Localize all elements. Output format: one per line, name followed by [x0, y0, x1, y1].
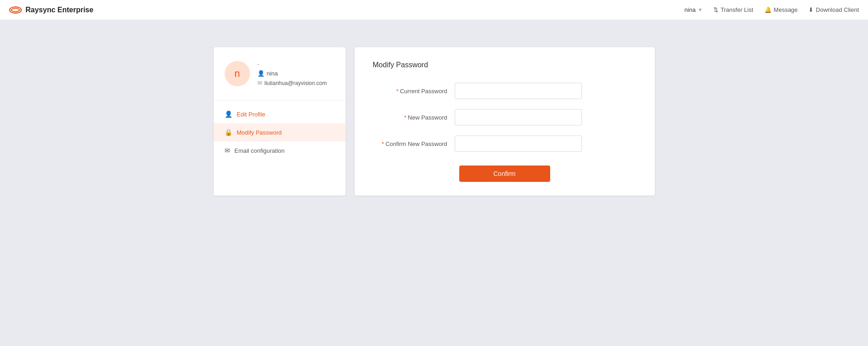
mail-icon: ✉ — [257, 80, 262, 86]
transfer-icon: ⇅ — [713, 6, 718, 13]
profile-section: n - 👤 nina ✉ liutianhua@rayvision.com — [214, 47, 346, 95]
download-icon: ⬇ — [808, 6, 813, 13]
current-password-input[interactable] — [455, 83, 582, 99]
menu-item-modify-password[interactable]: 🔒 Modify Password — [214, 123, 346, 141]
message-nav[interactable]: 🔔 Message — [764, 6, 798, 13]
right-panel: Modify Password *Current Password *New P… — [355, 47, 655, 196]
current-password-label: *Current Password — [373, 88, 455, 95]
email-config-label: Email configuration — [235, 147, 285, 154]
new-password-input[interactable] — [455, 109, 582, 125]
confirm-btn-row: Confirm — [373, 165, 637, 182]
confirm-new-password-label: *Confirm New Password — [373, 140, 455, 147]
profile-name-row: 👤 nina — [257, 70, 327, 77]
person-icon: 👤 — [257, 70, 265, 77]
profile-email: liutianhua@rayvision.com — [265, 80, 327, 86]
raysync-logo-icon — [9, 5, 22, 15]
modify-password-label: Modify Password — [237, 129, 282, 136]
left-panel: n - 👤 nina ✉ liutianhua@rayvision.com 👤 … — [214, 47, 346, 196]
required-star-3: * — [382, 140, 384, 147]
bell-icon: 🔔 — [764, 6, 772, 13]
download-client-label: Download Client — [816, 6, 859, 13]
menu-divider — [214, 100, 346, 100]
panel-title: Modify Password — [373, 61, 637, 69]
logo: Raysync Enterprise — [9, 5, 93, 15]
chevron-down-icon: ▼ — [698, 7, 702, 12]
header: Raysync Enterprise nina ▼ ⇅ Transfer Lis… — [0, 0, 868, 20]
avatar: n — [225, 61, 250, 86]
download-client-nav[interactable]: ⬇ Download Client — [808, 6, 859, 13]
person-menu-icon: 👤 — [225, 110, 232, 118]
new-password-row: *New Password — [373, 109, 637, 125]
confirm-new-password-row: *Confirm New Password — [373, 135, 637, 152]
new-password-label: *New Password — [373, 114, 455, 121]
message-label: Message — [774, 6, 798, 13]
current-password-row: *Current Password — [373, 83, 637, 99]
menu-item-edit-profile[interactable]: 👤 Edit Profile — [214, 105, 346, 123]
user-menu[interactable]: nina ▼ — [684, 6, 702, 13]
transfer-list-label: Transfer List — [721, 6, 753, 13]
required-star-2: * — [404, 114, 406, 121]
edit-profile-label: Edit Profile — [237, 111, 266, 118]
profile-username: nina — [267, 70, 278, 77]
menu-item-email-config[interactable]: ✉ Email configuration — [214, 141, 346, 160]
profile-dash: - — [257, 61, 327, 67]
header-right: nina ▼ ⇅ Transfer List 🔔 Message ⬇ Downl… — [684, 6, 859, 13]
user-name-label: nina — [684, 6, 696, 13]
confirm-button[interactable]: Confirm — [459, 165, 550, 182]
confirm-new-password-input[interactable] — [455, 135, 582, 152]
lock-menu-icon: 🔒 — [225, 129, 232, 136]
transfer-list-nav[interactable]: ⇅ Transfer List — [713, 6, 753, 13]
profile-email-row: ✉ liutianhua@rayvision.com — [257, 80, 327, 86]
mail-menu-icon: ✉ — [225, 147, 230, 154]
avatar-letter: n — [234, 68, 240, 80]
profile-info: - 👤 nina ✉ liutianhua@rayvision.com — [257, 61, 327, 86]
required-star: * — [396, 88, 398, 95]
logo-text: Raysync Enterprise — [25, 6, 93, 14]
main-content: n - 👤 nina ✉ liutianhua@rayvision.com 👤 … — [0, 20, 868, 223]
